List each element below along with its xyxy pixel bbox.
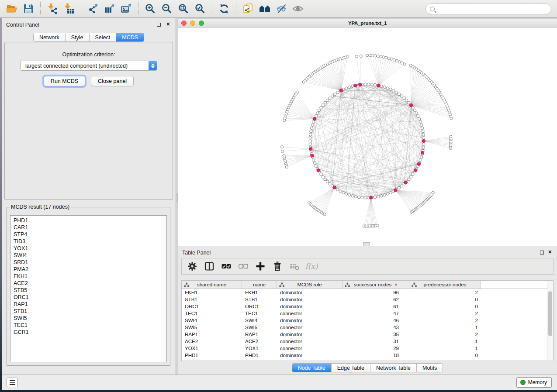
table-cell[interactable]: 47 <box>343 310 409 317</box>
search-input[interactable] <box>437 6 551 13</box>
import-network-button[interactable] <box>44 1 61 17</box>
table-cell[interactable]: dominator <box>277 352 343 359</box>
show-columns-button[interactable] <box>202 259 216 273</box>
mcds-result-item[interactable]: GCR1 <box>10 329 166 336</box>
delete-table-button[interactable] <box>287 259 301 273</box>
network-window-titlebar[interactable]: YPA_prune.txt_1 <box>178 19 557 28</box>
function-builder-button[interactable]: f(x) <box>304 259 318 273</box>
float-panel-icon[interactable] <box>157 23 161 27</box>
table-cell[interactable]: 0 <box>409 352 481 359</box>
table-cell[interactable]: connector <box>277 324 343 331</box>
table-cell[interactable]: ACE2 <box>242 338 277 345</box>
column-header-mcds-role[interactable]: MCDS role <box>277 281 343 289</box>
task-history-button[interactable] <box>7 378 18 387</box>
scrollbar-thumb[interactable] <box>548 291 552 336</box>
table-cell[interactable]: dominator <box>277 289 343 296</box>
table-tab-edge-table[interactable]: Edge Table <box>332 364 370 372</box>
mcds-result-item[interactable]: FKH1 <box>10 273 166 280</box>
criterion-dropdown[interactable]: largest connected component (undirected) <box>20 61 157 71</box>
table-row[interactable]: SWI4SWI4dominator462 <box>182 317 553 324</box>
table-cell[interactable]: 43 <box>343 324 409 331</box>
mcds-result-item[interactable]: PMA2 <box>10 266 166 273</box>
network-canvas[interactable] <box>178 28 557 246</box>
table-cell[interactable]: connector <box>277 338 343 345</box>
network-graph[interactable] <box>178 28 557 246</box>
mcds-result-item[interactable]: SWI5 <box>10 315 166 322</box>
table-cell[interactable]: 0 <box>409 303 481 310</box>
mcds-result-item[interactable]: CAR1 <box>10 224 166 231</box>
table-cell[interactable]: FKH1 <box>242 289 277 296</box>
table-cell[interactable]: ACE2 <box>182 338 242 345</box>
mcds-result-item[interactable]: ORC1 <box>10 294 166 301</box>
table-cell[interactable]: 2 <box>409 289 481 296</box>
mcds-result-item[interactable]: SWI4 <box>10 252 166 259</box>
result-scrollbar[interactable] <box>162 216 166 362</box>
mcds-result-item[interactable]: YOX1 <box>10 245 166 252</box>
column-header-predecessor-nodes[interactable]: predecessor nodes <box>409 281 481 289</box>
table-cell[interactable]: TEC1 <box>182 310 242 317</box>
close-panel-icon[interactable]: × <box>166 21 170 28</box>
table-cell[interactable]: YOX1 <box>182 345 242 352</box>
table-cell[interactable]: 18 <box>343 352 409 359</box>
tab-style[interactable]: Style <box>66 33 90 41</box>
table-cell[interactable]: 61 <box>343 303 409 310</box>
memory-button[interactable]: Memory <box>516 377 552 388</box>
table-cell[interactable]: 31 <box>343 338 409 345</box>
table-row[interactable]: PHD1PHD1dominator180 <box>182 352 553 359</box>
table-cell[interactable]: SWI4 <box>182 317 242 324</box>
float-table-panel-icon[interactable] <box>540 251 544 254</box>
window-zoom-button[interactable] <box>199 21 204 26</box>
mcds-result-item[interactable]: TEC1 <box>10 322 166 329</box>
import-table-button[interactable] <box>61 1 77 17</box>
sort-chevron-icon[interactable]: ∨ <box>394 282 398 287</box>
table-tab-node-table[interactable]: Node Table <box>292 364 332 372</box>
show-graphics-details-button[interactable] <box>290 1 306 17</box>
table-cell[interactable]: TEC1 <box>242 310 277 317</box>
table-tab-motifs[interactable]: Motifs <box>417 364 443 372</box>
table-cell[interactable]: 2 <box>409 310 481 317</box>
table-cell[interactable]: SWI4 <box>242 317 277 324</box>
zoom-selected-button[interactable] <box>192 1 208 17</box>
select-all-rows-button[interactable] <box>219 259 233 273</box>
table-cell[interactable]: connector <box>277 345 343 352</box>
zoom-in-button[interactable] <box>142 1 159 17</box>
apply-layout-button[interactable] <box>216 1 232 17</box>
table-row[interactable]: STB1STB1dominator620 <box>182 296 553 303</box>
table-cell[interactable]: 35 <box>343 331 409 338</box>
column-header-successor-nodes[interactable]: successor nodes∨ <box>343 281 409 289</box>
table-row[interactable]: ACE2ACE2connector311 <box>182 338 553 345</box>
mcds-result-item[interactable]: STB5 <box>10 287 166 294</box>
table-cell[interactable]: ORC1 <box>242 303 277 310</box>
table-tab-network-table[interactable]: Network Table <box>370 364 417 372</box>
export-image-button[interactable] <box>118 1 135 17</box>
table-cell[interactable]: 96 <box>343 289 409 296</box>
export-network-button[interactable] <box>85 1 101 17</box>
zoom-out-button[interactable] <box>159 1 175 17</box>
export-table-button[interactable] <box>101 1 118 17</box>
open-session-button[interactable] <box>3 1 20 17</box>
table-cell[interactable]: 29 <box>343 345 409 352</box>
table-row[interactable]: TEC1TEC1connector472 <box>182 310 553 317</box>
tab-mcds[interactable]: MCDS <box>116 33 144 41</box>
table-cell[interactable]: RAP1 <box>242 331 277 338</box>
table-row[interactable]: ORC1ORC1dominator610 <box>182 303 553 310</box>
close-table-panel-icon[interactable]: × <box>548 248 552 255</box>
table-cell[interactable]: ORC1 <box>182 303 242 310</box>
add-row-button[interactable] <box>253 259 267 273</box>
table-cell[interactable]: connector <box>277 310 343 317</box>
mcds-result-item[interactable]: TID3 <box>10 238 166 245</box>
table-cell[interactable]: 1 <box>409 345 481 352</box>
horizontal-splitter-handle[interactable] <box>363 242 370 246</box>
window-minimize-button[interactable] <box>190 21 195 26</box>
table-cell[interactable]: RAP1 <box>182 331 242 338</box>
mcds-result-list[interactable]: PHD1CAR1STP4TID3YOX1SWI4SRD1PMA2FKH1ACE2… <box>10 215 167 362</box>
table-cell[interactable]: YOX1 <box>242 345 277 352</box>
tab-select[interactable]: Select <box>90 33 117 41</box>
table-row[interactable]: YOX1YOX1connector291 <box>182 345 553 352</box>
table-cell[interactable]: dominator <box>277 317 343 324</box>
table-cell[interactable]: dominator <box>277 331 343 338</box>
mcds-result-item[interactable]: ACE2 <box>10 280 166 287</box>
table-cell[interactable]: PHD1 <box>182 352 242 359</box>
window-close-button[interactable] <box>181 21 187 26</box>
table-row[interactable]: SWI5SWI5connector431 <box>182 324 553 331</box>
